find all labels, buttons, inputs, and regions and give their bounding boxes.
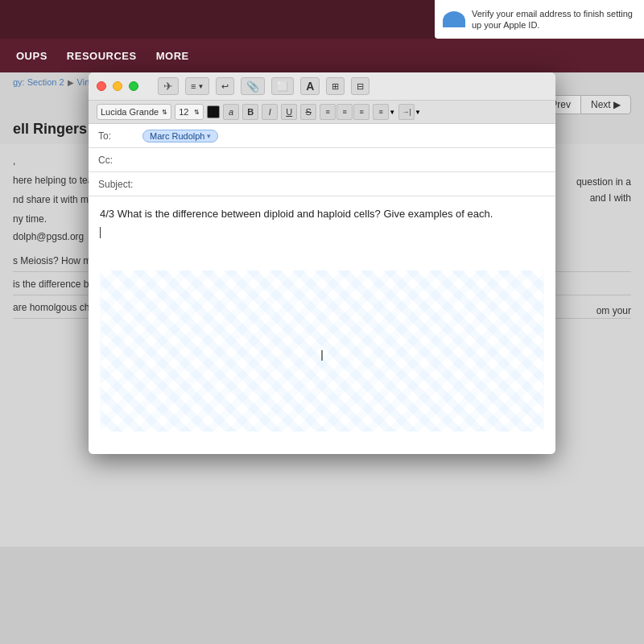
undo-button[interactable]: ↩: [216, 77, 234, 95]
top-bar: Verify your email address to finish sett…: [0, 0, 644, 39]
attach-icon: 📎: [246, 80, 259, 93]
font-icon: A: [306, 80, 314, 93]
right-text-3: om your: [597, 305, 631, 316]
font-style-btn[interactable]: a: [223, 104, 239, 120]
italic-button[interactable]: I: [262, 104, 278, 120]
notification-text: Verify your email address to finish sett…: [472, 8, 636, 31]
to-badge-chevron-icon: ▾: [207, 132, 211, 140]
table-button[interactable]: ⊟: [351, 77, 369, 95]
align-right-icon: ≡: [360, 108, 364, 116]
nav-bar: OUPS RESOURCES MORE: [0, 39, 644, 72]
email-body-text: 4/3 What is the difference between diplo…: [100, 206, 544, 223]
size-select-chevron-icon: ⇅: [194, 109, 200, 116]
list-icon: ≡: [191, 81, 196, 91]
nav-item-oups[interactable]: OUPS: [16, 50, 47, 62]
alignment-group: ≡ ≡ ≡: [320, 104, 369, 120]
cc-label: Cc:: [98, 155, 142, 166]
list-format-chevron-icon: ▼: [389, 109, 395, 116]
notification-area[interactable]: Verify your email address to finish sett…: [435, 0, 644, 39]
page-title: ell Ringers: [13, 121, 87, 137]
to-label: To:: [98, 130, 142, 142]
indent-icon: →|: [402, 108, 411, 116]
indent-chevron-icon: ▼: [415, 109, 421, 116]
icloud-icon: [443, 11, 465, 27]
right-text-1: question in a: [576, 176, 631, 188]
list-format-button[interactable]: ≡: [373, 104, 389, 120]
strikethrough-icon: S: [306, 107, 312, 117]
email-body-inner: 4/3 What is the difference between diplo…: [100, 206, 544, 431]
breadcrumb-prefix[interactable]: gy: Section 2: [13, 77, 64, 87]
subject-field-row[interactable]: Subject:: [89, 172, 555, 196]
background-page: Verify your email address to finish sett…: [0, 0, 644, 644]
email-fields: To: Marc Rudolph ▾ Cc: Subject:: [89, 124, 555, 196]
font-button[interactable]: A: [300, 77, 320, 95]
list-format-icon: ≡: [379, 108, 383, 116]
align-center-button[interactable]: ≡: [336, 104, 353, 120]
modal-toolbar: ✈ ≡ ▼ ↩ 📎 ⬜ A: [89, 72, 555, 101]
list-button[interactable]: ≡ ▼: [185, 77, 209, 95]
close-button[interactable]: [97, 81, 106, 91]
nav-item-more[interactable]: MORE: [156, 50, 189, 62]
subject-label: Subject:: [98, 179, 142, 190]
align-left-icon: ≡: [326, 108, 330, 116]
font-name-select[interactable]: Lucida Grande ⇅: [97, 104, 171, 120]
undo-icon: ↩: [221, 81, 229, 92]
attach-button[interactable]: 📎: [241, 77, 265, 95]
email-compose-modal: ✈ ≡ ▼ ↩ 📎 ⬜ A: [89, 72, 555, 454]
right-text-2: and I with: [590, 192, 631, 204]
align-left-button[interactable]: ≡: [320, 104, 336, 120]
color-picker[interactable]: [207, 105, 220, 118]
to-field-row: To: Marc Rudolph ▾: [89, 124, 555, 148]
font-select-chevron-icon: ⇅: [162, 109, 167, 116]
send-button[interactable]: ✈: [158, 77, 179, 95]
next-button[interactable]: Next ▶: [580, 95, 631, 114]
table-icon: ⊟: [357, 81, 364, 92]
align-right-button[interactable]: ≡: [353, 104, 369, 120]
font-size-select[interactable]: 12 ⇅: [175, 104, 204, 120]
align-center-icon: ≡: [343, 108, 347, 116]
bold-button[interactable]: B: [242, 104, 258, 120]
nav-item-resources[interactable]: RESOURCES: [67, 50, 137, 62]
embed-button[interactable]: ⊞: [326, 77, 345, 95]
cc-field-row[interactable]: Cc:: [89, 148, 555, 172]
breadcrumb-separator: ▶: [68, 78, 74, 87]
send-icon: ✈: [163, 80, 173, 93]
embed-icon: ⊞: [332, 81, 339, 92]
text-cursor: [100, 227, 101, 238]
underline-button[interactable]: U: [281, 104, 297, 120]
photo-button[interactable]: ⬜: [271, 77, 294, 95]
cursive-icon: a: [229, 107, 233, 117]
cursor-container: [100, 225, 544, 241]
to-badge[interactable]: Marc Rudolph ▾: [142, 130, 218, 142]
i-beam-cursor: I: [320, 345, 324, 367]
list-chevron-icon: ▼: [197, 83, 204, 90]
strikethrough-button[interactable]: S: [300, 104, 316, 120]
indent-button[interactable]: →|: [398, 104, 415, 120]
list-format-group: ≡ ▼: [373, 104, 395, 120]
minimize-button[interactable]: [113, 81, 122, 91]
email-body[interactable]: 4/3 What is the difference between diplo…: [89, 196, 555, 454]
maximize-button[interactable]: [129, 81, 138, 91]
format-bar: Lucida Grande ⇅ 12 ⇅ a B I: [89, 101, 555, 124]
photo-icon: ⬜: [277, 81, 288, 92]
indent-group: →| ▼: [398, 104, 421, 120]
